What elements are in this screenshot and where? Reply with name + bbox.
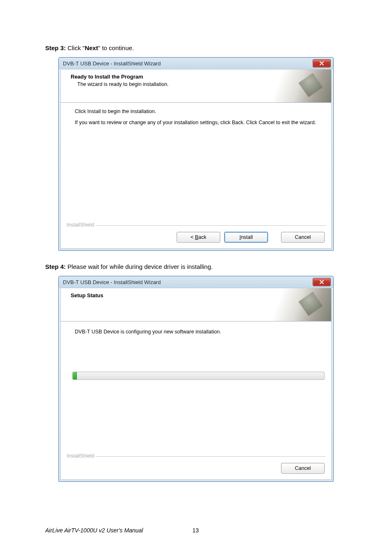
step3-mid2: " to continue. [98, 44, 134, 51]
dialog-header: Setup Status [60, 288, 332, 321]
setup-status-dialog: DVB-T USB Device - InstallShield Wizard … [58, 276, 334, 482]
step4-prefix: Step 4: [45, 263, 67, 270]
button-row: Cancel [66, 463, 325, 474]
step3-caption: Step 3: Click "Next" to continue. [45, 44, 347, 51]
cancel-button-label: Cancel [295, 465, 311, 471]
cancel-button[interactable]: Cancel [281, 463, 325, 474]
installshield-brand: InstallShield [65, 453, 96, 459]
dialog-footer: InstallShield Cancel [60, 453, 332, 480]
back-button-label: < Back [191, 234, 207, 240]
dialog-body: Click Install to begin the installation.… [60, 103, 332, 222]
dialog-body: DVB-T USB Device is configuring your new… [60, 321, 332, 453]
installshield-brand: InstallShield [65, 222, 96, 228]
dialog-header: Ready to Install the Program The wizard … [60, 69, 332, 103]
body-line-1: Click Install to begin the installation. [75, 109, 324, 114]
footer-divider [66, 225, 325, 226]
cancel-button[interactable]: Cancel [281, 232, 325, 243]
button-row: < Back Install Cancel [66, 232, 325, 243]
install-button[interactable]: Install [224, 232, 268, 243]
page-number: 13 [192, 527, 199, 534]
step3-prefix: Step 3: [45, 44, 67, 51]
step4-rest: Please wait for while during device driv… [67, 263, 213, 270]
page-footer: AirLive AirTV-1000U v2 User's Manual 13 [45, 527, 347, 534]
install-ready-dialog: DVB-T USB Device - InstallShield Wizard … [58, 57, 334, 251]
close-button[interactable] [313, 278, 331, 286]
titlebar: DVB-T USB Device - InstallShield Wizard [59, 58, 333, 69]
close-button[interactable] [313, 59, 331, 67]
titlebar: DVB-T USB Device - InstallShield Wizard [59, 276, 333, 288]
cancel-button-label: Cancel [295, 234, 311, 240]
progress-fill [73, 372, 77, 379]
step3-bold: Next [85, 44, 98, 51]
progress-bar [72, 372, 325, 380]
header-graphic [257, 69, 331, 102]
step3-mid1: Click " [67, 44, 85, 51]
dialog-footer: InstallShield < Back Install Cancel [60, 222, 332, 249]
window-title: DVB-T USB Device - InstallShield Wizard [63, 60, 313, 67]
body-line-1: DVB-T USB Device is configuring your new… [75, 329, 324, 335]
close-icon [319, 61, 324, 65]
close-icon [319, 280, 324, 284]
window-title: DVB-T USB Device - InstallShield Wizard [63, 279, 313, 285]
footer-divider [66, 456, 325, 457]
back-button[interactable]: < Back [177, 232, 220, 243]
header-graphic [257, 288, 331, 321]
document-page: Step 3: Click "Next" to continue. DVB-T … [0, 0, 392, 555]
step4-caption: Step 4: Please wait for while during dev… [45, 263, 347, 270]
body-line-2: If you want to review or change any of y… [75, 119, 324, 126]
install-button-label: Install [240, 234, 253, 240]
manual-title: AirLive AirTV-1000U v2 User's Manual [45, 527, 143, 534]
